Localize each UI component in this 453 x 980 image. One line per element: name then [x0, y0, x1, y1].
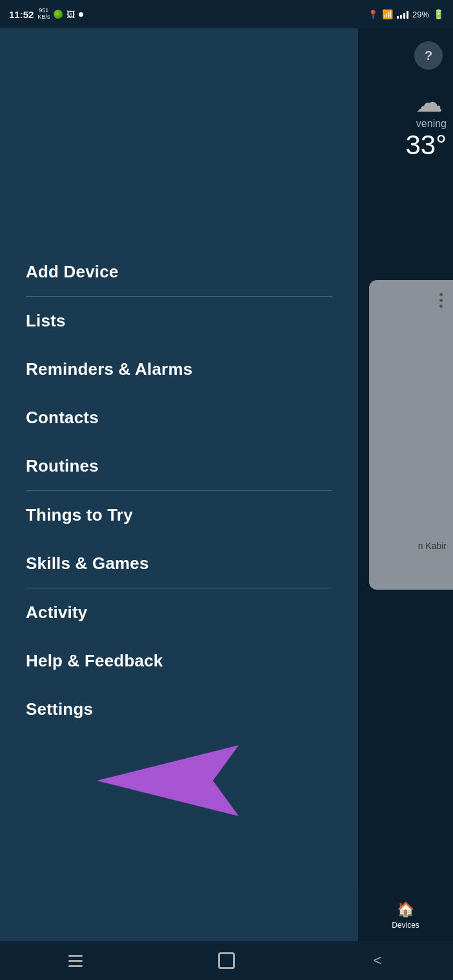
recent-apps-icon — [68, 955, 83, 967]
notification-dot — [79, 12, 83, 17]
drawer-panel: Add Device Lists Reminders & Alarms Cont… — [0, 28, 358, 941]
card-person-name: n Kabir — [418, 541, 447, 551]
dot-icon — [439, 299, 443, 302]
dot-icon — [439, 305, 443, 308]
devices-label: Devices — [392, 921, 419, 930]
device-card: n Kabir — [369, 280, 453, 590]
sidebar-item-skills-games[interactable]: Skills & Games — [0, 539, 358, 588]
devices-tab[interactable]: 🏠 Devices — [358, 890, 453, 941]
location-icon: 📍 — [368, 10, 378, 19]
drawer-menu: Add Device Lists Reminders & Alarms Cont… — [0, 235, 358, 734]
back-icon: < — [374, 952, 382, 969]
status-right: 📍 📶 29% 🔋 — [368, 9, 444, 19]
signal-bars-icon — [397, 10, 408, 19]
sidebar-item-activity[interactable]: Activity — [0, 588, 358, 637]
battery-icon: 🔋 — [433, 9, 444, 19]
home-button[interactable] — [207, 948, 246, 974]
weather-temperature: 33° — [358, 130, 453, 161]
wifi-icon: 📶 — [382, 9, 393, 19]
sidebar-item-routines[interactable]: Routines — [0, 442, 358, 490]
right-panel: ? ☁ vening 33° n Kabir 🏠 Devices — [358, 28, 453, 941]
dot-icon — [439, 293, 443, 296]
card-menu-dots[interactable] — [439, 293, 443, 308]
sidebar-item-things-to-try[interactable]: Things to Try — [0, 491, 358, 539]
nav-bar: < — [0, 941, 453, 980]
battery-level: 29% — [412, 10, 429, 19]
weather-time-label: vening — [358, 118, 453, 130]
status-left: 11:52 951KB/s 🖼 — [9, 8, 83, 21]
status-bar: 11:52 951KB/s 🖼 📍 📶 29% 🔋 — [0, 0, 453, 28]
weather-widget: ☁ vening 33° — [358, 80, 453, 161]
recent-apps-button[interactable] — [56, 948, 95, 974]
status-time: 11:52 — [9, 9, 34, 20]
image-icon: 🖼 — [66, 10, 75, 19]
back-button[interactable]: < — [358, 948, 397, 974]
sidebar-item-help-feedback[interactable]: Help & Feedback — [0, 637, 358, 685]
cloud-icon: ☁ — [358, 86, 453, 118]
home-icon — [218, 952, 235, 969]
sidebar-item-add-device[interactable]: Add Device — [0, 248, 358, 296]
devices-icon: 🏠 — [397, 901, 414, 918]
sidebar-item-reminders-alarms[interactable]: Reminders & Alarms — [0, 345, 358, 394]
sidebar-item-settings[interactable]: Settings — [0, 685, 358, 734]
sidebar-item-contacts[interactable]: Contacts — [0, 394, 358, 442]
main-layout: Add Device Lists Reminders & Alarms Cont… — [0, 28, 453, 941]
network-indicator-icon — [54, 10, 63, 19]
sidebar-item-lists[interactable]: Lists — [0, 297, 358, 345]
status-kb: 951KB/s — [37, 8, 50, 21]
help-button[interactable]: ? — [414, 41, 443, 70]
